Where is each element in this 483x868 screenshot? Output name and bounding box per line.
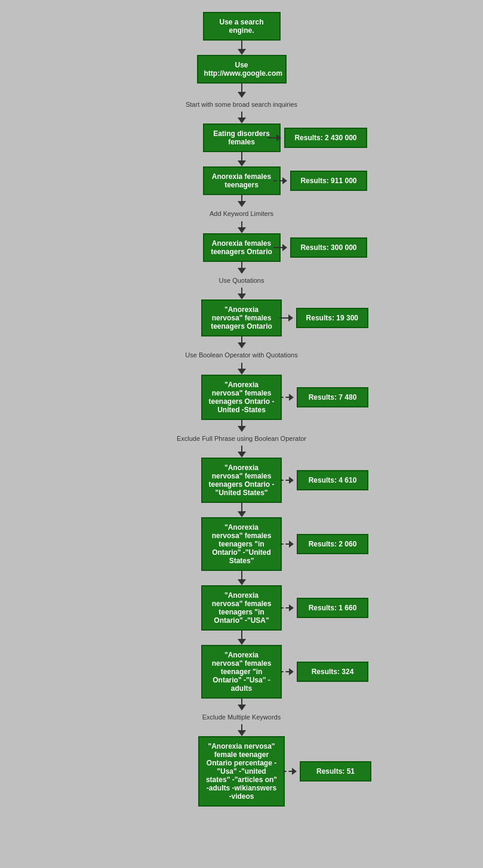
quotations-label: Use Quotations [219, 276, 264, 285]
exclude-multi-label: Exclude Multiple Keywords [202, 713, 281, 722]
connector-5: Results: 7 480 [280, 387, 368, 407]
node8-row: "Anorexia nervosa" females teenagers "in… [201, 585, 282, 631]
result8-box: Results: 1 660 [297, 598, 368, 618]
google-box: Use http://www.google.com [197, 55, 287, 84]
node10-row: "Anorexia nervosa" female teenager Ontar… [198, 736, 285, 807]
node4-row: "Anorexia nervosa" females teenagers Ont… [201, 299, 282, 336]
result10-box: Results: 51 [300, 761, 371, 781]
result3-box: Results: 300 000 [290, 237, 367, 258]
arrow-down-1 [238, 49, 246, 55]
node7-box: "Anorexia nervosa" females teenagers "in… [201, 517, 282, 571]
connector-6: Results: 4 610 [280, 470, 368, 490]
flowchart: Use a search engine. Use http://www.goog… [0, 0, 483, 824]
connector-1: Results: 2 430 000 [267, 128, 367, 148]
start-box: Use a search engine. [203, 12, 281, 41]
connector-4: Results: 19 300 [279, 308, 368, 328]
node4-box: "Anorexia nervosa" females teenagers Ont… [201, 299, 282, 336]
exclude-label: Exclude Full Phrase using Boolean Operat… [177, 434, 306, 443]
node8-box: "Anorexia nervosa" females teenagers "in… [201, 585, 282, 631]
node5-box: "Anorexia nervosa" females teenagers Ont… [201, 375, 282, 420]
keyword-label: Add Keyword Limiters [210, 209, 273, 218]
connector-7: Results: 2 060 [280, 534, 368, 554]
result6-box: Results: 4 610 [297, 470, 368, 490]
arrow-down-2 [238, 92, 246, 98]
node6-box: "Anorexia nervosa" females teenagers Ont… [201, 458, 282, 503]
node2-box: Anorexia females teenagers [203, 166, 281, 195]
node10-box: "Anorexia nervosa" female teenager Ontar… [198, 736, 285, 807]
connector-10: Results: 51 [283, 761, 371, 781]
node1-row: Eating disorders females Results: 2 430 … [203, 123, 281, 152]
node3-row: Anorexia females teenagers Ontario Resul… [203, 233, 281, 262]
boolean-label: Use Boolean Operator with Quotations [185, 351, 297, 360]
connector-3: Results: 300 000 [273, 237, 367, 258]
connector-9: Results: 324 [280, 662, 368, 682]
result7-box: Results: 2 060 [297, 534, 368, 554]
connector-2: Results: 911 000 [273, 171, 367, 191]
result2-box: Results: 911 000 [290, 171, 367, 191]
arrow-line-1 [241, 41, 242, 49]
result9-box: Results: 324 [297, 662, 368, 682]
connector-8: Results: 1 660 [280, 598, 368, 618]
node9-box: "Anorexia nervosa" females teenager "in … [201, 645, 282, 699]
arrow-line-2 [241, 84, 242, 92]
result1-box: Results: 2 430 000 [284, 128, 367, 148]
google-segment: Use http://www.google.com [197, 55, 287, 98]
node6-row: "Anorexia nervosa" females teenagers Ont… [201, 458, 282, 503]
result4-box: Results: 19 300 [296, 308, 368, 328]
node3-box: Anorexia females teenagers Ontario [203, 233, 281, 262]
start-segment: Use a search engine. [203, 12, 281, 55]
node5-row: "Anorexia nervosa" females teenagers Ont… [201, 375, 282, 420]
broad-label: Start with some broad search inquiries [186, 100, 297, 109]
node7-row: "Anorexia nervosa" females teenagers "in… [201, 517, 282, 571]
node2-row: Anorexia females teenagers Results: 911 … [203, 166, 281, 195]
node9-row: "Anorexia nervosa" females teenager "in … [201, 645, 282, 699]
result5-box: Results: 7 480 [297, 387, 368, 407]
